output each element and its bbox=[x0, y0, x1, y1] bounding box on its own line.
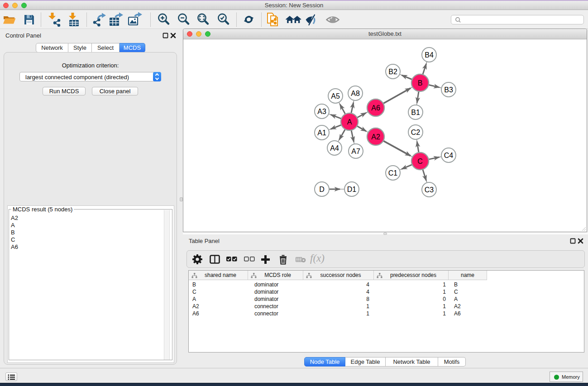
svg-text:A: A bbox=[347, 118, 352, 126]
svg-text:A6: A6 bbox=[371, 104, 380, 112]
svg-text:B: B bbox=[418, 79, 423, 87]
svg-text:A2: A2 bbox=[371, 133, 380, 141]
svg-text:A3: A3 bbox=[317, 108, 326, 115]
svg-text:B2: B2 bbox=[388, 68, 397, 76]
svg-text:B4: B4 bbox=[425, 51, 434, 59]
svg-text:C4: C4 bbox=[444, 152, 454, 159]
svg-text:B3: B3 bbox=[444, 86, 453, 94]
svg-text:C3: C3 bbox=[425, 186, 434, 194]
svg-text:A7: A7 bbox=[351, 148, 360, 155]
svg-text:A5: A5 bbox=[331, 92, 340, 100]
svg-text:C2: C2 bbox=[411, 129, 421, 136]
svg-text:C1: C1 bbox=[388, 169, 398, 177]
svg-text:D1: D1 bbox=[347, 186, 357, 193]
svg-text:B1: B1 bbox=[411, 109, 420, 116]
svg-text:A1: A1 bbox=[317, 129, 326, 137]
svg-text:D: D bbox=[319, 186, 325, 193]
svg-text:A8: A8 bbox=[351, 90, 360, 97]
svg-text:C: C bbox=[417, 157, 423, 165]
svg-text:A4: A4 bbox=[330, 144, 339, 152]
